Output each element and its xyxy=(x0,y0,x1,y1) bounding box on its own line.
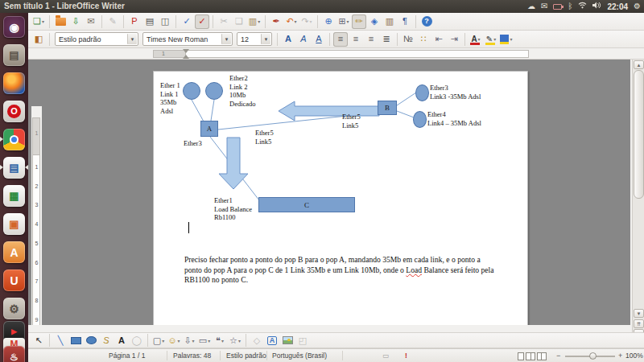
open-button[interactable]: ▾ xyxy=(53,14,68,29)
basic-shapes-button[interactable]: ▢▾ xyxy=(151,333,166,348)
horizontal-ruler[interactable]: 1 xyxy=(28,48,644,60)
paste-button[interactable]: ▥▾ xyxy=(247,14,262,29)
launcher-ubuntu-one[interactable]: U xyxy=(3,269,25,291)
italic-button[interactable]: A▾ xyxy=(296,32,311,47)
flowchart-button[interactable]: ▭▾ xyxy=(197,333,212,348)
text-box-button[interactable]: A▾ xyxy=(114,333,129,348)
multi-page-view-icon[interactable] xyxy=(526,352,535,360)
background-color-button[interactable]: ▾ xyxy=(499,32,514,47)
label-node2[interactable]: Ether2 Link 2 10Mb Dedicado xyxy=(229,74,256,108)
launcher-libreoffice-impress[interactable]: ▣ xyxy=(3,213,25,235)
launcher-trash[interactable]: ♨ xyxy=(3,346,25,362)
label-node4[interactable]: Ether4 Link4 – 35Mb Adsl xyxy=(427,110,481,127)
font-name-combo[interactable]: Times New Roman ▼ xyxy=(142,32,233,46)
launcher-libreoffice-writer[interactable]: ▤ xyxy=(3,157,25,179)
word-count-field[interactable]: Palavras: 48 xyxy=(173,352,211,360)
select-button[interactable]: ↖▾ xyxy=(31,333,46,348)
zoom-in-button[interactable]: + xyxy=(618,352,622,360)
underline-button[interactable]: A▾ xyxy=(312,32,326,47)
document-page[interactable]: A B C Ether 1 Link 1 35Mb Adsl Ether2 Li… xyxy=(153,71,528,325)
block-arrows-button[interactable]: ⇩▾ xyxy=(182,333,196,348)
zoom-slider-thumb[interactable] xyxy=(589,352,597,360)
bullet-list-button[interactable]: ∷▾ xyxy=(416,32,431,47)
email-document-button[interactable]: ✉▾ xyxy=(84,14,98,29)
callouts-legacy-button[interactable]: ◯▾ xyxy=(130,333,144,348)
rectangle-button[interactable]: ▾ xyxy=(68,333,83,348)
box-c[interactable]: C xyxy=(258,197,355,212)
copy-button[interactable]: ❏▾ xyxy=(232,14,246,29)
scroll-up-button[interactable]: ▲ xyxy=(634,60,644,69)
launcher-ubuntu-dash[interactable]: ◉ xyxy=(3,16,25,38)
indent-marker-top[interactable] xyxy=(183,49,189,53)
zoom-out-button[interactable]: − xyxy=(556,352,560,360)
align-left-button[interactable]: ≡▾ xyxy=(333,32,348,47)
language-field[interactable]: Português (Brasil) xyxy=(272,352,327,360)
launcher-firefox[interactable] xyxy=(3,72,25,94)
label-ether5-mid[interactable]: Ether5 Link5 xyxy=(255,129,274,146)
bold-button[interactable]: A▾ xyxy=(281,32,295,47)
callouts-button[interactable]: ❝▾ xyxy=(213,333,227,348)
ellipse-link4[interactable] xyxy=(413,111,427,128)
launcher-software-center[interactable]: A xyxy=(3,241,25,263)
new-document-button[interactable]: ❏▾ xyxy=(31,14,46,29)
label-ether5-right[interactable]: Ether5 Link5 xyxy=(342,113,361,130)
auto-spellcheck-button[interactable]: ✓▾ xyxy=(195,14,209,29)
align-center-button[interactable]: ≡▾ xyxy=(349,32,363,47)
chevron-down-icon[interactable]: ▼ xyxy=(221,34,231,44)
vertical-scrollbar-thumb[interactable] xyxy=(634,70,644,199)
label-node1[interactable]: Ether 1 Link 1 35Mb Adsl xyxy=(160,81,180,115)
zoom-percent-field[interactable]: 100% xyxy=(625,352,643,360)
single-page-view-icon[interactable] xyxy=(518,352,524,360)
zoom-slider[interactable] xyxy=(565,356,615,357)
bluetooth-icon[interactable]: ᛒ xyxy=(568,0,572,13)
font-color-button[interactable]: A▾ xyxy=(469,32,483,47)
page-preview-button[interactable]: ◫▾ xyxy=(158,14,172,29)
document-canvas[interactable]: 1 12345678910 xyxy=(28,60,630,325)
launcher-system-settings[interactable]: ⚙ xyxy=(3,298,25,319)
cut-button[interactable]: ✂▾ xyxy=(217,14,231,29)
fontwork-gallery-button[interactable]: A▾ xyxy=(265,333,279,348)
session-menu-icon[interactable]: ⚙ xyxy=(634,0,641,13)
highlighting-button[interactable]: ✎▾ xyxy=(484,32,498,47)
stars-button[interactable]: ☆▾ xyxy=(228,333,242,348)
previous-page-button[interactable]: ⇈ xyxy=(634,319,644,328)
symbol-shapes-button[interactable]: ☺▾ xyxy=(167,333,181,348)
ellipse-link3[interactable] xyxy=(415,84,429,101)
increase-indent-button[interactable]: ⇥▾ xyxy=(447,32,461,47)
wifi-icon[interactable] xyxy=(578,0,587,13)
freeform-line-button[interactable]: S▾ xyxy=(99,333,114,348)
edit-points-button[interactable]: ◇▾ xyxy=(250,333,264,348)
extrusion-toggle-button[interactable]: ◰▾ xyxy=(295,333,310,348)
label-ether3-a[interactable]: Ether3 xyxy=(184,139,202,148)
show-draw-functions-button[interactable]: ✏▾ xyxy=(352,14,366,29)
save-button[interactable]: ⇩▾ xyxy=(68,14,83,29)
gallery-button[interactable]: ▥▾ xyxy=(382,14,397,29)
help-button[interactable]: ?▾ xyxy=(419,14,434,29)
formatting-marks-button[interactable]: ¶▾ xyxy=(398,14,412,29)
page-count-field[interactable]: Página 1 / 1 xyxy=(109,352,145,360)
launcher-opera[interactable]: O xyxy=(3,101,25,122)
page-style-field[interactable]: Estilo padrão xyxy=(226,352,266,360)
table-button[interactable]: ⊞▾ xyxy=(336,14,351,29)
launcher-files[interactable]: ▤ xyxy=(3,44,25,66)
box-a[interactable]: A xyxy=(200,121,218,137)
ellipse-button[interactable]: ▾ xyxy=(84,333,98,348)
clock[interactable]: 22:04 xyxy=(607,2,628,11)
justified-button[interactable]: ≣▾ xyxy=(379,32,394,47)
indent-marker-bottom[interactable] xyxy=(183,55,189,59)
mail-indicator-icon[interactable]: ✉ xyxy=(541,0,547,13)
launcher-libreoffice-calc[interactable]: ▦ xyxy=(3,185,25,207)
ellipse-link1[interactable] xyxy=(183,82,200,100)
launcher-chromium[interactable] xyxy=(3,129,25,150)
chevron-down-icon[interactable]: ▼ xyxy=(261,34,270,44)
battery-icon[interactable] xyxy=(553,4,562,10)
chevron-down-icon[interactable]: ▼ xyxy=(127,34,137,44)
export-pdf-button[interactable]: P▾ xyxy=(127,14,142,29)
label-node3[interactable]: Ether3 Link3 -35Mb Adsl xyxy=(430,84,481,101)
volume-icon[interactable] xyxy=(592,0,601,13)
spelling-button[interactable]: ✓▾ xyxy=(180,14,194,29)
hyperlink-button[interactable]: ⊕▾ xyxy=(321,14,336,29)
align-right-button[interactable]: ≡▾ xyxy=(364,32,378,47)
label-load-balance[interactable]: Ether1 Load Balance Rb1100 xyxy=(214,196,252,222)
navigator-button[interactable]: ◈▾ xyxy=(367,14,382,29)
